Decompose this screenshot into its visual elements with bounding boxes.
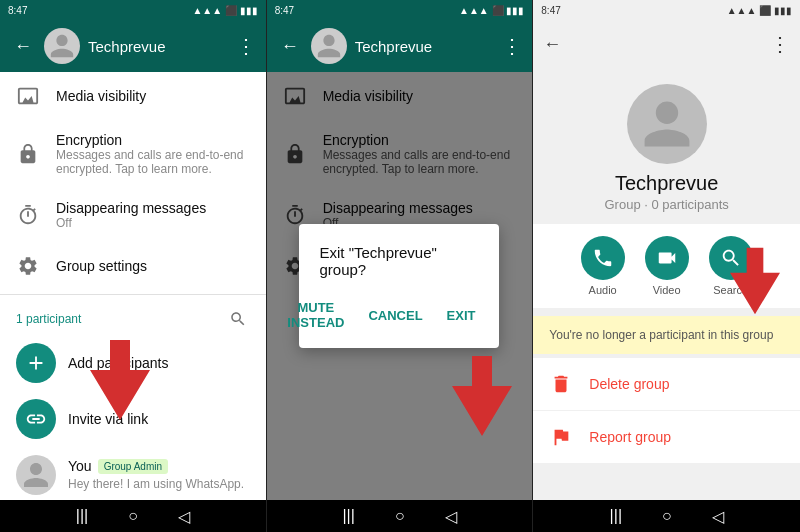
time-1: 8:47 [8, 5, 27, 16]
signal-1: ▲▲▲ ⬛ ▮▮▮ [192, 5, 257, 16]
trash-icon [549, 372, 573, 396]
status-bar-1: 8:47 ▲▲▲ ⬛ ▮▮▮ [0, 0, 266, 20]
notification-banner: You're no longer a participant in this g… [533, 316, 800, 354]
disappearing-text: Disappearing messages Off [56, 200, 206, 230]
signal-3: ▲▲▲ ⬛ ▮▮▮ [727, 5, 792, 16]
back-button-3[interactable]: ← [543, 34, 561, 55]
add-participants-text: Add participants [68, 354, 250, 372]
exit-modal: Exit "Techprevue" group? MUTE INSTEAD CA… [299, 224, 499, 348]
add-icon [16, 343, 56, 383]
menu-button-3[interactable]: ⋮ [770, 32, 790, 56]
home-nav-3[interactable]: ○ [662, 507, 672, 525]
nav-bar-3: ||| ○ ◁ [533, 500, 800, 532]
video-action[interactable]: Video [645, 236, 689, 296]
modal-title: Exit "Techprevue" group? [319, 244, 479, 278]
menu-nav-3[interactable]: ||| [610, 507, 622, 525]
add-participants-item[interactable]: Add participants [0, 335, 266, 391]
profile-name: Techprevue [615, 172, 718, 195]
section-header-1: 1 participant [0, 299, 266, 335]
delete-group-label: Delete group [589, 376, 669, 392]
encryption-text: Encryption Messages and calls are end-to… [56, 132, 250, 176]
back-nav-2[interactable]: ◁ [445, 507, 457, 526]
modal-actions: MUTE INSTEAD CANCEL EXIT [319, 294, 479, 336]
disappearing-messages-item[interactable]: Disappearing messages Off [0, 188, 266, 242]
panel-group-info-2: 8:47 ▲▲▲ ⬛ ▮▮▮ ← Techprevue ⋮ Media visi… [267, 0, 534, 532]
search-icon-1[interactable] [226, 307, 250, 331]
timer-icon [16, 203, 40, 227]
divider-1 [0, 294, 266, 295]
search-action[interactable]: Search [709, 236, 753, 296]
back-button-1[interactable]: ← [10, 32, 36, 61]
avatar-1 [44, 28, 80, 64]
link-icon [16, 399, 56, 439]
media-visibility-item[interactable]: Media visibility [0, 72, 266, 120]
menu-nav-2[interactable]: ||| [342, 507, 354, 525]
image-icon [16, 84, 40, 108]
report-group-item-3[interactable]: Report group [533, 411, 800, 463]
search-label: Search [713, 284, 748, 296]
participant-you[interactable]: You Group Admin Hey there! I am using Wh… [0, 447, 266, 500]
nav-bar-1: ||| ○ ◁ [0, 500, 266, 532]
panel2-content: Media visibility Encryption Messages and… [267, 72, 533, 500]
video-btn-circle [645, 236, 689, 280]
search-btn-circle [709, 236, 753, 280]
back-nav-3[interactable]: ◁ [712, 507, 724, 526]
exit-button[interactable]: EXIT [443, 294, 480, 336]
profile-avatar-section: Techprevue Group · 0 participants [533, 68, 800, 224]
invite-link-text: Invite via link [68, 410, 250, 428]
mute-instead-button[interactable]: MUTE INSTEAD [283, 294, 348, 336]
nav-bar-2: ||| ○ ◁ [267, 500, 533, 532]
media-visibility-text: Media visibility [56, 88, 146, 104]
status-bar-2: 8:47 ▲▲▲ ⬛ ▮▮▮ [267, 0, 533, 20]
audio-action[interactable]: Audio [581, 236, 625, 296]
avatar-2 [311, 28, 347, 64]
profile-header: ← ⋮ [533, 20, 800, 68]
modal-overlay: Exit "Techprevue" group? MUTE INSTEAD CA… [267, 72, 533, 500]
menu-button-1[interactable]: ⋮ [236, 34, 256, 58]
home-nav-1[interactable]: ○ [128, 507, 138, 525]
header-title-1: Techprevue [88, 38, 228, 55]
back-nav-1[interactable]: ◁ [178, 507, 190, 526]
gear-icon [16, 254, 40, 278]
delete-group-item[interactable]: Delete group [533, 358, 800, 411]
panel-profile: 8:47 ▲▲▲ ⬛ ▮▮▮ ← ⋮ Techprevue Group · 0 … [533, 0, 800, 532]
header-1: ← Techprevue ⋮ [0, 20, 266, 72]
audio-btn-circle [581, 236, 625, 280]
flag-icon-3 [549, 425, 573, 449]
delete-group-section: Delete group Report group [533, 358, 800, 463]
header-title-2: Techprevue [355, 38, 495, 55]
profile-avatar-large [627, 84, 707, 164]
encryption-item[interactable]: Encryption Messages and calls are end-to… [0, 120, 266, 188]
back-button-2[interactable]: ← [277, 32, 303, 61]
audio-label: Audio [589, 284, 617, 296]
profile-subtitle: Group · 0 participants [604, 197, 728, 212]
lock-icon [16, 142, 40, 166]
home-nav-2[interactable]: ○ [395, 507, 405, 525]
time-2: 8:47 [275, 5, 294, 16]
signal-2: ▲▲▲ ⬛ ▮▮▮ [459, 5, 524, 16]
status-bar-3: 8:47 ▲▲▲ ⬛ ▮▮▮ [533, 0, 800, 20]
menu-nav-1[interactable]: ||| [76, 507, 88, 525]
invite-link-item[interactable]: Invite via link [0, 391, 266, 447]
time-3: 8:47 [541, 5, 560, 16]
menu-button-2[interactable]: ⋮ [502, 34, 522, 58]
profile-content: Techprevue Group · 0 participants Audio … [533, 68, 800, 500]
cancel-button[interactable]: CANCEL [364, 294, 426, 336]
header-2: ← Techprevue ⋮ [267, 20, 533, 72]
report-group-label-3: Report group [589, 429, 671, 445]
panel-group-info-1: 8:47 ▲▲▲ ⬛ ▮▮▮ ← Techprevue ⋮ Media visi… [0, 0, 267, 532]
action-buttons-row: Audio Video Search [533, 224, 800, 308]
group-settings-text: Group settings [56, 258, 147, 274]
you-info: You Group Admin Hey there! I am using Wh… [68, 458, 250, 492]
you-avatar [16, 455, 56, 495]
panel1-content: Media visibility Encryption Messages and… [0, 72, 266, 500]
group-settings-item[interactable]: Group settings [0, 242, 266, 290]
video-label: Video [653, 284, 681, 296]
